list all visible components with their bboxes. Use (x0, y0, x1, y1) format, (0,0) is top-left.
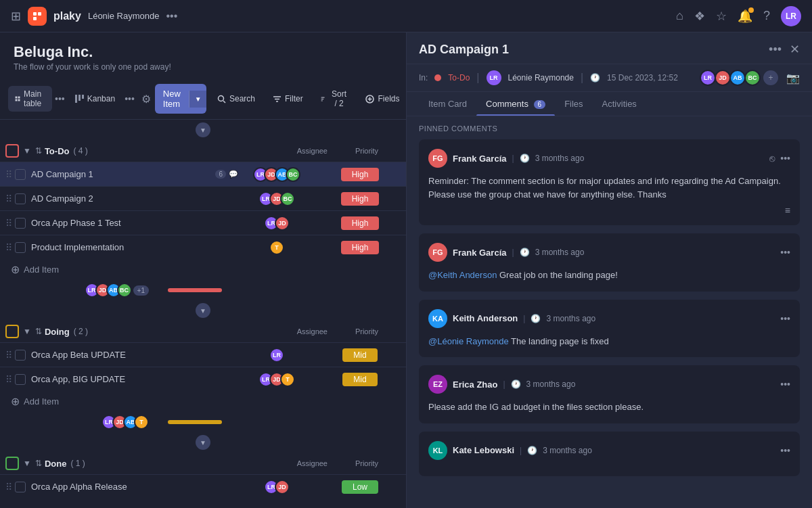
new-item-button[interactable]: New Item ▼ (155, 84, 206, 114)
comments-label: Comments (486, 99, 528, 109)
item-checkbox[interactable] (15, 482, 26, 492)
svg-rect-6 (18, 99, 20, 101)
more-icon[interactable]: ••• (780, 247, 790, 258)
settings-button[interactable]: ⚙ (141, 93, 151, 106)
item-name[interactable]: Orca App Phase 1 Test (31, 218, 238, 228)
table-area: ▼ ▼ ⇅ To-Do ( 4 ) Assignee Priority ⠿ AD… (0, 120, 406, 508)
comment-avatar: FG (428, 149, 447, 168)
separator: | (503, 379, 505, 389)
item-checkbox[interactable] (15, 350, 26, 361)
expand-button[interactable]: ▼ (196, 303, 210, 318)
drag-handle[interactable]: ⠿ (5, 374, 12, 385)
group-done-checkbox[interactable] (5, 457, 19, 470)
expand-button[interactable]: ▼ (196, 435, 210, 450)
comment-author: Keith Anderson (453, 313, 518, 323)
apps-icon[interactable]: ❖ (694, 9, 705, 24)
subscribe-button[interactable]: + (763, 70, 778, 85)
user-avatar[interactable]: LR (781, 6, 801, 26)
drag-handle[interactable]: ⠿ (5, 193, 12, 204)
project-name: Beluga Inc. (14, 43, 392, 61)
panel-close-button[interactable]: ✕ (790, 42, 800, 57)
tab-files[interactable]: Files (555, 92, 592, 116)
drag-handle[interactable]: ⠿ (5, 169, 12, 180)
comment-icon: 💬 (229, 170, 238, 179)
more-icon[interactable]: ••• (780, 153, 790, 164)
share-icon[interactable]: ⎋ (769, 153, 775, 164)
files-label: Files (564, 99, 583, 109)
item-checkbox[interactable] (15, 193, 26, 204)
drag-handle[interactable]: ⠿ (5, 242, 12, 253)
svg-rect-1 (38, 12, 41, 16)
item-checkbox[interactable] (15, 169, 26, 180)
table-row[interactable]: ⠿ Orca App Alpha Release LR JD Low (0, 474, 406, 499)
group-doing-checkbox[interactable] (5, 325, 19, 338)
comment-actions: ⎋ ••• (769, 153, 790, 164)
help-icon[interactable]: ? (763, 9, 770, 23)
grid-icon[interactable]: ⊞ (11, 9, 21, 24)
group-todo-chevron[interactable]: ▼ (23, 146, 31, 156)
table-row[interactable]: ⠿ Orca App, BIG UPDATE LR JD T Mid (0, 367, 406, 391)
item-checkbox[interactable] (15, 242, 26, 253)
kanban-more[interactable]: ••• (125, 93, 135, 104)
group-todo-checkbox[interactable] (5, 144, 19, 158)
filter-button[interactable]: Filter (266, 91, 310, 107)
drag-handle[interactable]: ⠿ (5, 218, 12, 229)
more-icon[interactable]: ••• (780, 379, 790, 390)
tab-kanban[interactable]: Kanban (68, 91, 122, 107)
more-options-button[interactable]: ••• (166, 10, 177, 22)
main-table-more[interactable]: ••• (55, 93, 65, 104)
item-checkbox[interactable] (15, 374, 26, 385)
more-badge: +1 (133, 285, 149, 296)
separator: | (523, 314, 525, 323)
sort-button[interactable]: Sort / 2 (314, 86, 355, 112)
tab-comments[interactable]: Comments 6 (476, 92, 555, 116)
tab-item-card[interactable]: Item Card (419, 92, 476, 116)
home-icon[interactable]: ⌂ (676, 9, 683, 23)
tab-activities[interactable]: Activities (593, 92, 646, 116)
table-row[interactable]: ⠿ AD Campaign 1 6 💬 LR JD AB BC High (0, 162, 406, 186)
expand-button[interactable]: ▼ (196, 122, 210, 137)
tab-main-table[interactable]: Main table (8, 86, 52, 112)
panel-more-button[interactable]: ••• (769, 43, 782, 57)
group-done-name: Done (45, 459, 67, 469)
comment-header: EZ Erica Zhao | 🕐 3 months ago ••• (428, 375, 790, 394)
table-row[interactable]: ⠿ Orca App Phase 1 Test LR JD High (0, 210, 406, 235)
item-name[interactable]: AD Campaign 1 (31, 169, 215, 179)
search-button[interactable]: Search (210, 91, 262, 107)
item-name[interactable]: Product Implementation (31, 242, 238, 252)
item-name[interactable]: Orca App Alpha Release (31, 482, 238, 492)
add-item-button[interactable]: ⊕ Add Item (0, 259, 406, 280)
star-icon[interactable]: ☆ (716, 9, 727, 24)
bell-icon[interactable]: 🔔 (738, 9, 752, 24)
group-divider-2: ▼ (0, 432, 406, 453)
separator: | (512, 154, 514, 163)
group-done-chevron[interactable]: ▼ (23, 459, 31, 468)
format-icon[interactable]: ≡ (785, 205, 790, 216)
assignee-avatars: LR JD AB BC (238, 167, 319, 182)
new-item-label[interactable]: New Item (155, 84, 189, 114)
group-doing-chevron[interactable]: ▼ (23, 327, 31, 336)
avatar: AB (729, 70, 746, 86)
more-icon[interactable]: ••• (780, 313, 790, 324)
item-name[interactable]: AD Campaign 2 (31, 193, 238, 204)
sort-icon: ⇅ (35, 327, 42, 336)
priority-cell: High (319, 216, 401, 230)
new-item-dropdown[interactable]: ▼ (189, 91, 206, 108)
table-row[interactable]: ⠿ Orca App Beta UPDATE LR Mid (0, 342, 406, 367)
table-row[interactable]: ⠿ AD Campaign 2 LR JD BC High (0, 186, 406, 210)
panel-header: AD Campaign 1 ••• ✕ (407, 32, 812, 64)
drag-handle[interactable]: ⠿ (5, 482, 12, 492)
table-row[interactable]: ⠿ Product Implementation T High (0, 235, 406, 259)
nav-left: ⊞ plaky Léonie Raymonde ••• (11, 7, 177, 26)
summary-avatars: LR JD AB BC +1 (5, 283, 154, 298)
drag-handle[interactable]: ⠿ (5, 350, 12, 361)
more-icon[interactable]: ••• (780, 445, 790, 456)
item-name[interactable]: Orca App Beta UPDATE (31, 350, 238, 360)
item-checkbox[interactable] (15, 218, 26, 229)
fields-button[interactable]: Fields (359, 91, 406, 107)
comment-time: 3 months ago (526, 379, 576, 389)
add-item-button-doing[interactable]: ⊕ Add Item (0, 391, 406, 412)
col-priority-header3: Priority (333, 459, 401, 467)
item-name[interactable]: Orca App, BIG UPDATE (31, 374, 238, 384)
camera-icon[interactable]: 📷 (786, 72, 800, 85)
